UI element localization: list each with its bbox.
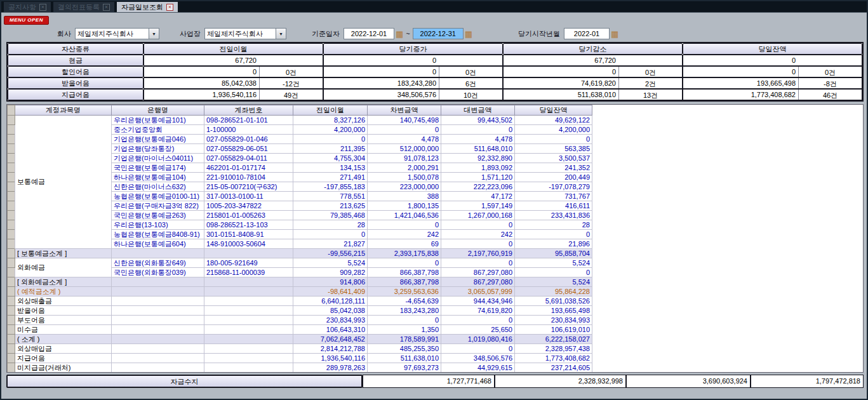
amount-cell[interactable]: 49,629,122	[515, 116, 592, 125]
amount-cell[interactable]: 1,267,000,168	[441, 211, 515, 220]
account-number-cell[interactable]: 027-055829-01-046	[204, 135, 293, 144]
account-number-cell[interactable]	[204, 316, 293, 325]
amount-cell[interactable]: 1,773,408,682	[515, 354, 592, 363]
account-number-cell[interactable]: 1005-203-347822	[204, 201, 293, 211]
tab-active[interactable]: 자금일보조회×	[117, 2, 178, 12]
amount-cell[interactable]: -197,078,279	[515, 182, 592, 192]
amount-cell[interactable]: 25,650	[441, 325, 515, 335]
row-selector[interactable]	[8, 230, 15, 239]
bank-name-cell[interactable]: 우리은행(구매자금3억 822)	[112, 201, 204, 211]
amount-cell[interactable]: 914,806	[293, 277, 368, 287]
amount-cell[interactable]: 0	[515, 268, 592, 277]
amount-cell[interactable]: 5,691,038,526	[515, 297, 592, 306]
amount-cell[interactable]: 178,589,991	[368, 335, 441, 344]
summary-row-name[interactable]: 받을어음	[8, 77, 144, 89]
amount-cell[interactable]: 4,755,304	[293, 154, 368, 163]
amount-cell[interactable]: 1,571,120	[441, 173, 515, 182]
bank-name-cell[interactable]: 중소기업중앙회	[112, 125, 204, 135]
bank-name-cell[interactable]	[112, 344, 204, 354]
amount-cell[interactable]: 3,500,537	[515, 154, 592, 163]
account-number-cell[interactable]: 462201-01-017174	[204, 163, 293, 173]
bank-name-cell[interactable]: 신한은행(마이너스632)	[112, 182, 204, 192]
account-number-cell[interactable]: 098-286521-01-101	[204, 116, 293, 125]
amount-cell[interactable]: 909,282	[293, 268, 368, 277]
account-name-cell[interactable]: 보통예금	[15, 116, 112, 249]
tab-inactive[interactable]: 공지사항×	[4, 2, 51, 12]
bank-name-cell[interactable]: 국민은행(보통예금263)	[112, 211, 204, 220]
bank-name-cell[interactable]: 신한은행(외화통장649)	[112, 258, 204, 268]
bank-name-cell[interactable]: 기업은행(당좌통장)	[112, 144, 204, 154]
account-number-cell[interactable]: 027-055829-06-051	[204, 144, 293, 154]
amount-cell[interactable]: 230,834,993	[515, 316, 592, 325]
account-number-cell[interactable]	[204, 277, 293, 287]
amount-cell[interactable]: 0	[441, 316, 515, 325]
row-selector[interactable]	[8, 306, 15, 316]
bank-name-cell[interactable]	[112, 325, 204, 335]
row-selector[interactable]	[8, 316, 15, 325]
amount-cell[interactable]: 0	[515, 230, 592, 239]
account-number-cell[interactable]: 215801-01-005263	[204, 211, 293, 220]
amount-cell[interactable]: 92,332,890	[441, 154, 515, 163]
bank-name-cell[interactable]: 기업은행(보통예금046)	[112, 135, 204, 144]
amount-cell[interactable]: 5,524	[515, 258, 592, 268]
row-selector[interactable]	[8, 335, 15, 344]
amount-cell[interactable]: 230,834,993	[293, 316, 368, 325]
account-number-cell[interactable]	[204, 306, 293, 316]
account-number-cell[interactable]: 301-0151-8408-91	[204, 230, 293, 239]
amount-cell[interactable]: 106,643,310	[293, 325, 368, 335]
account-number-cell[interactable]: 221-910010-78104	[204, 173, 293, 182]
amount-cell[interactable]: 416,611	[515, 201, 592, 211]
amount-cell[interactable]: 183,243,280	[368, 306, 441, 316]
amount-cell[interactable]: 0	[441, 125, 515, 135]
amount-cell[interactable]: 866,387,798	[368, 268, 441, 277]
amount-cell[interactable]: 0	[515, 135, 592, 144]
summary-row-name[interactable]: 지급어음	[8, 89, 144, 100]
amount-cell[interactable]: 6,222,158,027	[515, 335, 592, 344]
account-name-cell[interactable]: ( 소계 )	[15, 335, 112, 344]
row-selector[interactable]	[8, 154, 15, 163]
amount-cell[interactable]: 866,387,798	[368, 277, 441, 287]
bank-name-cell[interactable]	[112, 316, 204, 325]
amount-cell[interactable]: 1,350	[368, 325, 441, 335]
row-selector[interactable]	[8, 182, 15, 192]
date-from-input[interactable]	[344, 28, 394, 39]
bank-name-cell[interactable]	[112, 335, 204, 344]
amount-cell[interactable]: 0	[368, 125, 441, 135]
bank-name-cell[interactable]: 농협은행(보통예금0100-11)	[112, 192, 204, 201]
row-selector[interactable]	[8, 297, 15, 306]
bank-name-cell[interactable]	[112, 249, 204, 258]
amount-cell[interactable]: 7,062,648,452	[293, 335, 368, 344]
amount-cell[interactable]: 85,042,038	[293, 306, 368, 316]
amount-cell[interactable]: 1,421,046,536	[368, 211, 441, 220]
amount-cell[interactable]: 1,936,540,116	[293, 354, 368, 363]
row-selector[interactable]	[8, 125, 15, 135]
amount-cell[interactable]: 21,827	[293, 239, 368, 249]
row-selector[interactable]	[8, 192, 15, 201]
site-select[interactable]: 제일제지주식회사 ▼	[204, 28, 286, 39]
account-number-cell[interactable]	[204, 344, 293, 354]
amount-cell[interactable]: 3,259,563,636	[368, 287, 441, 297]
amount-cell[interactable]: 28	[293, 220, 368, 230]
amount-cell[interactable]: 512,000,000	[368, 144, 441, 154]
row-selector[interactable]	[8, 144, 15, 154]
menu-open-button[interactable]: MENU OPEN	[4, 16, 49, 25]
calendar-icon[interactable]: ▦	[465, 30, 472, 38]
bank-name-cell[interactable]	[112, 363, 204, 373]
amount-cell[interactable]: 242	[441, 230, 515, 239]
amount-cell[interactable]: 867,297,080	[441, 268, 515, 277]
amount-cell[interactable]: 233,431,836	[515, 211, 592, 220]
row-selector[interactable]	[8, 163, 15, 173]
account-name-cell[interactable]: 미수금	[15, 325, 112, 335]
amount-cell[interactable]: 0	[441, 239, 515, 249]
account-name-cell[interactable]: [ 보통예금소계 ]	[15, 249, 112, 258]
amount-cell[interactable]: 2,393,175,838	[368, 249, 441, 258]
account-name-cell[interactable]: 외화예금	[15, 258, 112, 277]
bank-name-cell[interactable]: 국민은행(외화통장039)	[112, 268, 204, 277]
calendar-icon[interactable]: ▦	[396, 30, 403, 38]
amount-cell[interactable]: -4,654,639	[368, 297, 441, 306]
amount-cell[interactable]: 0	[368, 258, 441, 268]
amount-cell[interactable]: 0	[293, 135, 368, 144]
amount-cell[interactable]: 289,978,263	[293, 363, 368, 373]
row-selector[interactable]	[8, 239, 15, 249]
amount-cell[interactable]: 1,500,078	[368, 173, 441, 182]
